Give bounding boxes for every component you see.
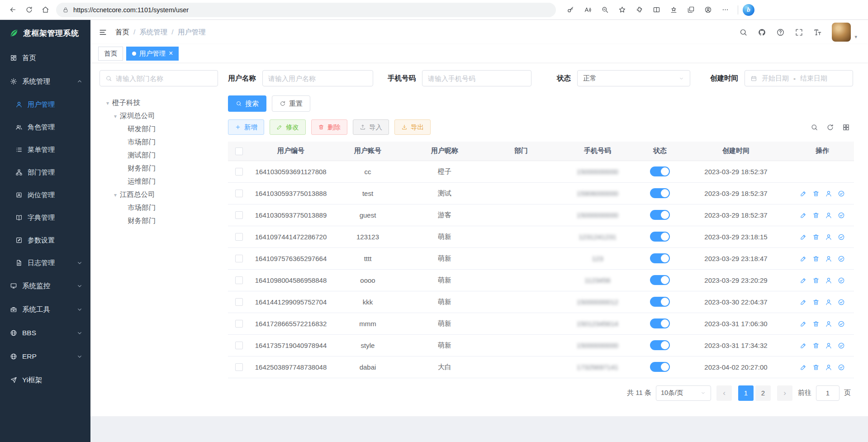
help-button[interactable]	[776, 28, 785, 37]
edit-row-button[interactable]	[800, 277, 807, 284]
refresh-button[interactable]	[21, 2, 37, 18]
search-button[interactable]	[739, 28, 748, 37]
sidebar-item-system-tools[interactable]: 系统工具	[0, 298, 90, 321]
status-toggle[interactable]	[650, 275, 670, 285]
font-size-button[interactable]	[813, 28, 822, 37]
sidebar-item-menu-management[interactable]: 菜单管理	[0, 138, 90, 161]
refresh-table-button[interactable]	[826, 124, 834, 131]
status-toggle[interactable]	[650, 253, 670, 263]
status-toggle[interactable]	[650, 210, 670, 220]
sidebar-item-system-monitor[interactable]: 系统监控	[0, 274, 90, 298]
status-toggle[interactable]	[650, 297, 670, 307]
sidebar-item-param-settings[interactable]: 参数设置	[0, 229, 90, 252]
row-checkbox[interactable]	[235, 298, 243, 306]
prev-page-button[interactable]: ‹	[716, 385, 732, 401]
dept-search-box[interactable]	[100, 70, 218, 86]
reset-button[interactable]: 重置	[272, 95, 310, 112]
row-checkbox[interactable]	[235, 255, 243, 262]
reset-password-button[interactable]	[825, 255, 832, 262]
export-button[interactable]: 导出	[394, 119, 431, 135]
sidebar-item-dict-management[interactable]: 字典管理	[0, 206, 90, 229]
reset-password-button[interactable]	[825, 233, 832, 241]
sidebar-item-home[interactable]: 首页	[0, 46, 90, 70]
username-input[interactable]	[268, 75, 367, 82]
zoom-out-button[interactable]	[597, 2, 613, 18]
sidebar-item-dept-management[interactable]: 部门管理	[0, 161, 90, 184]
sidebar-item-log-management[interactable]: 日志管理	[0, 252, 90, 274]
status-toggle[interactable]	[650, 362, 670, 372]
tree-node[interactable]: ▾橙子科技	[100, 96, 228, 109]
delete-row-button[interactable]	[812, 342, 820, 349]
page-1-button[interactable]: 1	[738, 385, 754, 401]
edit-row-button[interactable]	[800, 190, 807, 197]
edit-row-button[interactable]	[800, 255, 807, 262]
tree-node[interactable]: 财务部门	[100, 162, 228, 175]
phone-box[interactable]	[422, 70, 531, 86]
row-checkbox[interactable]	[235, 190, 243, 197]
delete-row-button[interactable]	[812, 364, 820, 371]
edit-button[interactable]: 修改	[270, 119, 306, 135]
delete-row-button[interactable]	[812, 320, 820, 328]
row-checkbox[interactable]	[235, 276, 243, 284]
page-2-button[interactable]: 2	[755, 385, 771, 401]
row-checkbox[interactable]	[235, 342, 243, 349]
next-page-button[interactable]: ›	[777, 385, 792, 401]
delete-row-button[interactable]	[812, 255, 820, 262]
edit-row-button[interactable]	[800, 212, 807, 219]
sidebar-item-system-management[interactable]: 系统管理	[0, 70, 90, 93]
page-size-select[interactable]: 10条/页	[656, 385, 711, 401]
back-button[interactable]	[5, 2, 21, 18]
sidebar-item-role-management[interactable]: 角色管理	[0, 116, 90, 138]
assign-role-button[interactable]	[838, 342, 845, 349]
row-checkbox[interactable]	[235, 233, 243, 241]
edit-row-button[interactable]	[800, 342, 807, 349]
more-button[interactable]	[717, 2, 733, 18]
add-button[interactable]: 新增	[228, 119, 264, 135]
assign-role-button[interactable]	[838, 299, 845, 306]
assign-role-button[interactable]	[838, 255, 845, 262]
reset-password-button[interactable]	[825, 320, 832, 328]
reset-password-button[interactable]	[825, 277, 832, 284]
row-checkbox[interactable]	[235, 363, 243, 371]
bing-icon[interactable]: b	[743, 4, 754, 16]
edit-row-button[interactable]	[800, 233, 807, 241]
extensions-button[interactable]	[631, 2, 647, 18]
assign-role-button[interactable]	[838, 320, 845, 328]
status-toggle[interactable]	[650, 188, 670, 198]
search-button[interactable]: 搜索	[228, 95, 266, 112]
sidebar-item-post-management[interactable]: 岗位管理	[0, 184, 90, 206]
tree-node[interactable]: 研发部门	[100, 123, 228, 136]
delete-row-button[interactable]	[812, 299, 820, 306]
status-toggle[interactable]	[650, 340, 670, 350]
breadcrumb-item[interactable]: 首页	[115, 28, 129, 37]
row-checkbox[interactable]	[235, 211, 243, 219]
assign-role-button[interactable]	[838, 364, 845, 371]
assign-role-button[interactable]	[838, 190, 845, 197]
row-checkbox[interactable]	[235, 168, 243, 176]
favorites-bar-button[interactable]	[665, 2, 682, 18]
column-settings-button[interactable]	[842, 124, 850, 131]
user-avatar[interactable]	[832, 23, 851, 42]
reset-password-button[interactable]	[825, 190, 832, 197]
edit-row-button[interactable]	[800, 364, 807, 371]
tree-node[interactable]: 市场部门	[100, 201, 228, 214]
tree-node[interactable]: 财务部门	[100, 214, 228, 228]
delete-row-button[interactable]	[812, 233, 820, 241]
github-button[interactable]	[758, 28, 766, 37]
split-screen-button[interactable]	[648, 2, 664, 18]
assign-role-button[interactable]	[838, 233, 845, 241]
fullscreen-button[interactable]	[795, 28, 803, 37]
tree-node[interactable]: 运维部门	[100, 175, 228, 188]
reset-password-button[interactable]	[825, 212, 832, 219]
goto-page-input[interactable]	[816, 385, 840, 401]
select-all-checkbox[interactable]	[235, 147, 243, 155]
delete-button[interactable]: 删除	[311, 119, 347, 135]
sidebar-toggle-button[interactable]	[99, 28, 107, 37]
profile-button[interactable]	[700, 2, 716, 18]
tree-node[interactable]: ▾江西总公司	[100, 188, 228, 201]
edit-row-button[interactable]	[800, 299, 807, 306]
favorites-button[interactable]	[614, 2, 630, 18]
reset-password-button[interactable]	[825, 342, 832, 349]
phone-input[interactable]	[428, 75, 526, 82]
home-button[interactable]	[37, 2, 53, 18]
